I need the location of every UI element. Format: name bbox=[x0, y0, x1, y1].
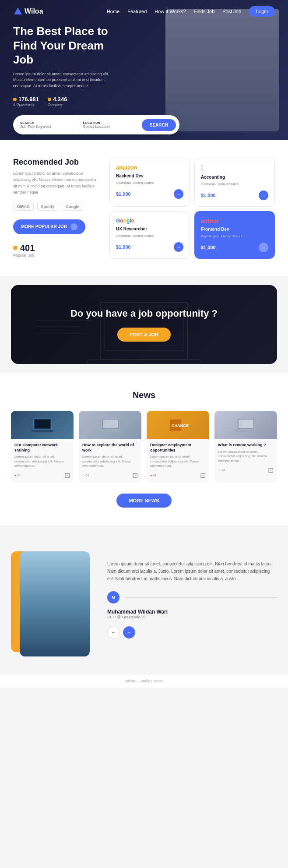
job-location-backend: California, United States bbox=[116, 181, 183, 185]
job-title-backend: Backend Dev bbox=[116, 173, 183, 178]
testimonial-next-button[interactable]: → bbox=[123, 626, 135, 639]
testimonial-navigation: ← → bbox=[107, 626, 277, 639]
salary-accounting: $1,000 bbox=[201, 193, 216, 198]
login-button[interactable]: Login bbox=[249, 6, 275, 17]
search-button[interactable]: SEARCH bbox=[142, 119, 176, 131]
testimonial-prev-button[interactable]: ← bbox=[107, 626, 119, 639]
news-card-title-1: Our Computer Network Training bbox=[14, 443, 70, 453]
job-location-frontend: Washington, United States bbox=[201, 234, 268, 238]
news-card-title-2: How to explore the world of work bbox=[82, 443, 138, 453]
job-location-ux: California, United States bbox=[116, 234, 183, 238]
popular-label: Popular Job bbox=[13, 253, 101, 258]
post-job-button[interactable]: POST A JOB bbox=[117, 328, 171, 342]
more-popular-button[interactable]: MORE POPULAR JOB → bbox=[13, 219, 85, 234]
count-dot bbox=[13, 246, 18, 250]
news-body-1: Our Computer Network Training Lorem ipsu… bbox=[11, 439, 74, 483]
more-news-button[interactable]: MORE NEWS bbox=[116, 494, 171, 508]
salary-frontend: $1,000 bbox=[201, 245, 216, 250]
search-group-location: LOCATION bbox=[83, 121, 138, 129]
job-cards-grid: amazon Backend Dev California, United St… bbox=[109, 158, 275, 259]
news-card-title-4: What is remote working ? bbox=[218, 443, 274, 448]
recommended-section: Recomended Job Lorem ipsum dolor sit ame… bbox=[0, 140, 288, 276]
bookmark-icon-4[interactable]: ⊡ bbox=[268, 466, 274, 474]
news-body-4: What is remote working ? Lorem ipsum dol… bbox=[214, 439, 277, 478]
testimonial-person-image bbox=[20, 551, 90, 656]
bookmark-icon-3[interactable]: ⊡ bbox=[200, 471, 206, 480]
hero-title: The Best Place to Find Your Dream Job bbox=[13, 24, 127, 67]
salary-ux: $1,000 bbox=[116, 244, 131, 250]
news-card-1: Our Computer Network Training Lorem ipsu… bbox=[11, 411, 74, 483]
job-apply-ux[interactable]: → bbox=[174, 242, 183, 252]
job-card-amazon: amazon Backend Dev California, United St… bbox=[109, 158, 190, 207]
stat-companies: 4.246 Company bbox=[48, 96, 67, 106]
nav-links: Home Featured How It Works? Finds Job Po… bbox=[107, 6, 275, 17]
news-card-title-3: Designer employment opportunities bbox=[150, 443, 206, 453]
recommended-description: Lorem ipsum dolor sit amet, consectetur … bbox=[13, 170, 101, 196]
stat-dot-2 bbox=[48, 98, 51, 101]
nav-how-it-works[interactable]: How It Works? bbox=[155, 9, 186, 14]
testimonial-role: CEO @ Greatcode.id bbox=[107, 615, 277, 619]
news-card-desc-2: Lorem ipsum dolor sit amet, consectetur … bbox=[82, 455, 138, 469]
job-apply-accounting[interactable]: → bbox=[259, 191, 268, 200]
apple-logo:  bbox=[201, 164, 268, 172]
news-meta-2: ♡ 51 ⊡ bbox=[82, 471, 138, 480]
svg-rect-11 bbox=[103, 420, 118, 428]
job-card-airbnb: airbnb Frontend Dev Washington, United S… bbox=[194, 211, 275, 259]
news-body-2: How to explore the world of work Lorem i… bbox=[79, 439, 141, 483]
job-location-accounting: California, United States bbox=[201, 182, 268, 186]
job-apply-backend[interactable]: → bbox=[174, 189, 183, 199]
nav-finds-job[interactable]: Finds Job bbox=[194, 9, 215, 14]
navbar: Wiloa Home Featured How It Works? Finds … bbox=[0, 0, 288, 23]
nav-post-job[interactable]: Post Job bbox=[222, 9, 241, 14]
stat-number-companies: 4.246 bbox=[53, 96, 67, 102]
testimonial-content: Lorem ipsum dolor sit amet, consectetur … bbox=[98, 560, 277, 639]
footer: Wiloa - Landing Page bbox=[0, 674, 288, 688]
news-section: News Our Computer Network Training Lorem… bbox=[0, 373, 288, 525]
nav-home[interactable]: Home bbox=[107, 9, 119, 14]
footer-text: Wiloa - Landing Page bbox=[125, 679, 163, 683]
heart-icon-3: ♥ bbox=[150, 474, 152, 477]
svg-marker-0 bbox=[14, 7, 22, 14]
job-apply-frontend[interactable]: → bbox=[259, 243, 268, 252]
nav-featured[interactable]: Featured bbox=[127, 9, 147, 14]
logo[interactable]: Wiloa bbox=[13, 7, 43, 16]
logo-icon bbox=[13, 7, 23, 16]
salary-row-ux: $1,000 → bbox=[116, 242, 183, 252]
job-card-apple:  Accounting California, United States $… bbox=[194, 158, 275, 207]
search-input[interactable] bbox=[20, 124, 75, 129]
airbnb-logo: airbnb bbox=[201, 218, 268, 224]
news-card-2: How to explore the world of work Lorem i… bbox=[79, 411, 141, 483]
bookmark-icon-1[interactable]: ⊡ bbox=[64, 471, 70, 480]
company-logos: DIRAC Spotify Google bbox=[13, 203, 101, 211]
news-meta-1: ♥ 24 ⊡ bbox=[14, 471, 70, 480]
news-card-4: What is remote working ? Lorem ipsum dol… bbox=[214, 411, 277, 483]
news-meta-3: ♥ 48 ⊡ bbox=[150, 471, 206, 480]
svg-rect-12 bbox=[99, 430, 121, 432]
job-title-ux: UX Researcher bbox=[116, 226, 183, 231]
heart-outline-4: ♡ bbox=[218, 469, 221, 472]
stat-dot bbox=[13, 98, 17, 101]
opportunity-title: Do you have a job opportunity ? bbox=[70, 307, 218, 320]
bookmark-icon-2[interactable]: ⊡ bbox=[132, 471, 138, 480]
stat-number-opportunities: 176.981 bbox=[18, 96, 39, 102]
logo-dirac: DIRAC bbox=[13, 203, 34, 211]
opportunity-section: Do you have a job opportunity ? POST A J… bbox=[11, 285, 277, 364]
salary-backend: $1,000 bbox=[116, 191, 131, 197]
popular-number: 401 bbox=[20, 243, 35, 253]
heart-icon-1: ♥ bbox=[14, 474, 16, 477]
news-body-3: Designer employment opportunities Lorem … bbox=[147, 439, 209, 483]
testimonial-name: Muhammad Wildan Wari bbox=[107, 609, 277, 615]
job-title-accounting: Accounting bbox=[201, 175, 268, 180]
job-title-frontend: Frontend Dev bbox=[201, 227, 268, 232]
opportunity-content: Do you have a job opportunity ? POST A J… bbox=[70, 307, 218, 342]
location-input[interactable] bbox=[83, 124, 138, 129]
news-card-desc-4: Lorem ipsum dolor sit amet, consectetur … bbox=[218, 450, 274, 464]
popular-count: 401 Popular Job bbox=[13, 243, 101, 258]
testimonial-divider: M bbox=[107, 591, 277, 603]
hero-description: Lorem ipsum dolor sit amet, consectetur … bbox=[13, 71, 109, 89]
news-likes-4: ♡ 24 bbox=[218, 469, 225, 472]
news-card-3: CHANGE Designer employment opportunities… bbox=[147, 411, 209, 483]
svg-rect-3 bbox=[87, 360, 201, 364]
logo-spotify: Spotify bbox=[37, 203, 59, 211]
recommended-layout: Recomended Job Lorem ipsum dolor sit ame… bbox=[13, 158, 275, 259]
